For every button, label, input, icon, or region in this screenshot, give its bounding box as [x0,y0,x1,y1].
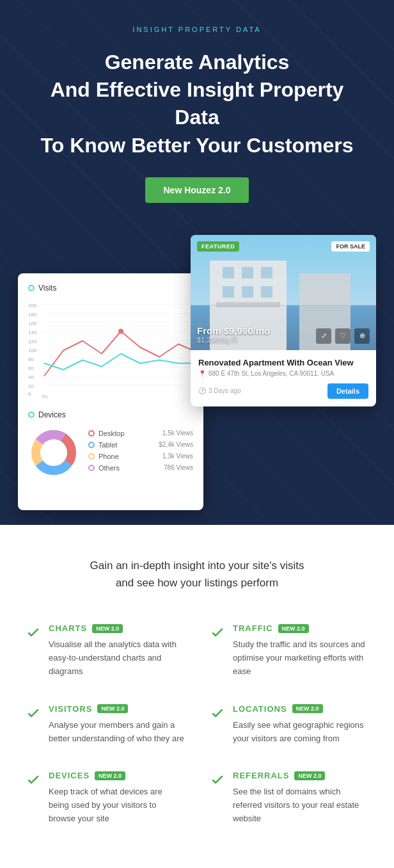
feature-header-referrals: REFERRALS NEW 2.0 [233,771,368,780]
svg-text:60: 60 [28,365,34,371]
svg-rect-32 [242,267,253,278]
property-address: 📍 680 E 47th St, Los Angeles, CA 90011, … [198,370,368,377]
svg-text:0: 0 [28,390,31,396]
svg-rect-36 [261,286,272,298]
new-badge-devices: NEW 2.0 [95,771,125,780]
feature-header-charts: CHARTS NEW 2.0 [49,623,184,633]
tablet-dot-icon [88,442,95,448]
device-item-phone: Phone 1,3k Views [88,453,193,460]
svg-rect-34 [223,286,234,298]
feature-body-devices: DEVICES NEW 2.0 Keep track of what devic… [49,771,184,825]
feature-body-referrals: REFERRALS NEW 2.0 See the list of domain… [233,771,368,825]
feature-desc-devices: Keep track of what devices are being use… [49,785,184,825]
svg-text:160: 160 [28,320,37,326]
feature-header-devices: DEVICES NEW 2.0 [49,771,184,780]
device-item-tablet: Tablet $2,4k Views [88,441,193,449]
property-price: From $9,990/mo [197,325,270,336]
new-badge-locations: NEW 2.0 [292,704,323,713]
features-subtitle: Gain an in-depth insight into your site'… [26,557,368,591]
chart-dot-icon [28,285,35,291]
property-price-sub: $1,200/Sq Ft [197,336,270,344]
property-image: FEATURED FOR SALE From $9,990/mo $1,200/… [191,235,376,350]
expand-icon[interactable]: ⤢ [316,328,331,344]
check-icon-visitors [26,705,41,721]
feature-body-visitors: VISITORS NEW 2.0 Analyse your members an… [49,704,184,746]
property-image-icons: ⤢ ♡ ⊕ [316,328,370,344]
device-list: Desktop 1,5k Views Tablet $2,4k Views [88,430,193,476]
desktop-dot-icon [88,430,95,437]
phone-dot-icon [88,453,95,460]
property-footer: 🕐 3 Days ago Details [198,383,368,399]
feature-desc-locations: Easily see what geographic regions your … [233,719,368,746]
feature-header-traffic: TRAFFIC NEW 2.0 [233,623,368,633]
svg-rect-31 [223,267,234,278]
svg-text:01: 01 [42,393,48,399]
property-name: Renovated Apartment With Ocean View [198,358,368,367]
details-button[interactable]: Details [327,383,368,399]
svg-point-27 [41,440,67,465]
svg-text:100: 100 [28,347,37,353]
feature-header-locations: LOCATIONS NEW 2.0 [233,704,368,714]
feature-item-referrals: REFERRALS NEW 2.0 See the list of domain… [210,771,368,825]
new-badge-traffic: NEW 2.0 [278,624,309,633]
devices-dot-icon [28,412,35,418]
chart-card: Visits 200 180 160 140 120 100 80 60 40 … [18,273,203,510]
location-pin-icon[interactable]: ⊕ [354,328,370,344]
new-badge-charts: NEW 2.0 [92,624,123,633]
hero-section: INSIGHT PROPERTY DATA Generate Analytics… [0,0,394,525]
feature-title-visitors: VISITORS [49,704,92,714]
chart-devices-title: Devices [28,410,193,419]
for-sale-badge: FOR SALE [331,241,370,252]
donut-chart [28,427,79,478]
svg-text:120: 120 [28,338,37,344]
feature-desc-traffic: Study the traffic and its sources and op… [233,638,368,678]
map-pin-icon: 📍 [198,370,206,377]
check-icon-charts [26,625,41,640]
svg-text:140: 140 [28,329,37,335]
feature-header-visitors: VISITORS NEW 2.0 [49,704,184,714]
feature-desc-charts: Visualise all the analytics data with ea… [49,638,184,678]
svg-text:80: 80 [28,356,34,362]
feature-item-locations: LOCATIONS NEW 2.0 Easily see what geogra… [210,704,368,746]
svg-text:20: 20 [28,383,34,389]
feature-title-referrals: REFERRALS [233,771,289,780]
hero-subtitle: INSIGHT PROPERTY DATA [132,26,261,33]
feature-title-locations: LOCATIONS [233,704,287,714]
device-item-others: Others 786 Views [88,464,193,472]
feature-body-locations: LOCATIONS NEW 2.0 Easily see what geogra… [233,704,368,746]
svg-rect-35 [242,286,253,298]
feature-body-traffic: TRAFFIC NEW 2.0 Study the traffic and it… [233,623,368,678]
feature-title-devices: DEVICES [49,771,90,780]
property-days: 🕐 3 Days ago [198,387,241,394]
check-icon-devices [26,772,41,787]
hero-cta-button[interactable]: New Houzez 2.0 [145,177,248,203]
feature-item-charts: CHARTS NEW 2.0 Visualise all the analyti… [26,623,184,678]
new-badge-visitors: NEW 2.0 [97,704,128,713]
hero-content: INSIGHT PROPERTY DATA Generate Analytics… [18,0,376,510]
feature-body-charts: CHARTS NEW 2.0 Visualise all the analyti… [49,623,184,678]
svg-rect-33 [261,267,272,278]
svg-text:200: 200 [28,302,37,308]
feature-title-charts: CHARTS [49,623,87,633]
property-price-overlay: From $9,990/mo $1,200/Sq Ft [197,325,270,344]
check-icon-referrals [210,772,225,787]
chart-devices-content: Desktop 1,5k Views Tablet $2,4k Views [28,427,193,478]
others-dot-icon [88,465,95,471]
feature-title-traffic: TRAFFIC [233,623,273,633]
check-icon-locations [210,705,225,721]
visits-line-chart: 200 180 160 140 120 100 80 60 40 20 0 01 [28,298,193,400]
device-item-desktop: Desktop 1,5k Views [88,430,193,437]
features-section: Gain an in-depth insight into your site'… [0,525,394,851]
property-info: Renovated Apartment With Ocean View 📍 68… [191,350,376,406]
feature-item-visitors: VISITORS NEW 2.0 Analyse your members an… [26,704,184,746]
new-badge-referrals: NEW 2.0 [294,771,325,780]
feature-desc-visitors: Analyse your members and gain a better u… [49,719,184,746]
clock-icon: 🕐 [198,387,206,394]
feature-item-traffic: TRAFFIC NEW 2.0 Study the traffic and it… [210,623,368,678]
svg-rect-37 [216,302,280,307]
svg-text:40: 40 [28,374,34,380]
chart-visits-title: Visits [28,284,193,293]
heart-icon[interactable]: ♡ [335,328,351,344]
feature-item-devices: DEVICES NEW 2.0 Keep track of what devic… [26,771,184,825]
hero-cards-container: Visits 200 180 160 140 120 100 80 60 40 … [18,235,376,510]
